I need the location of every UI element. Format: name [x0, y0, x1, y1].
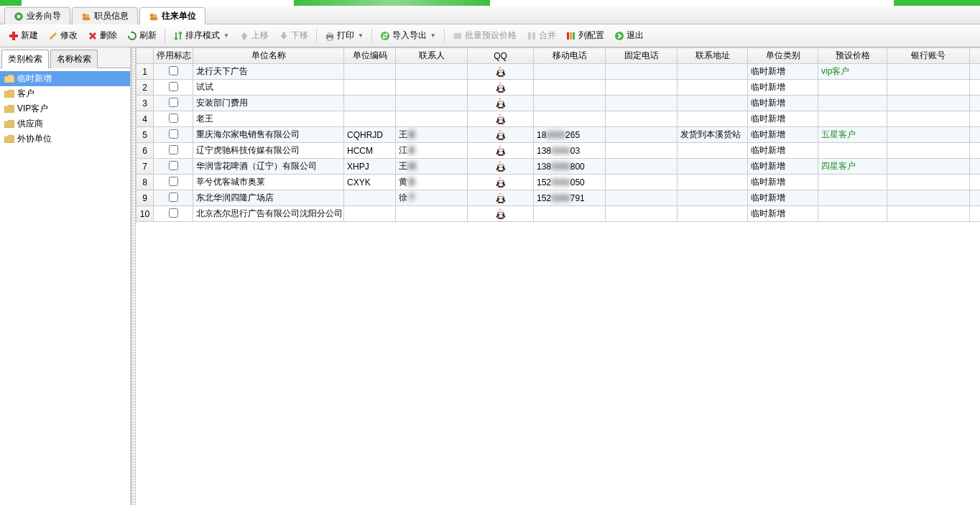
tree-item[interactable]: 客户: [0, 86, 130, 101]
col-header-unit_name[interactable]: 单位名称: [193, 48, 344, 64]
cell-qq: [468, 64, 534, 80]
cell-rownum: 3: [137, 96, 154, 111]
move-up-button[interactable]: 上移: [235, 27, 273, 44]
tab-companies[interactable]: 往来单位: [139, 7, 205, 24]
table-row[interactable]: 4老王临时新增: [137, 111, 981, 127]
disable-checkbox[interactable]: [169, 98, 178, 107]
tree-item[interactable]: 临时新增: [0, 71, 130, 86]
tab-staff-info[interactable]: 职员信息: [72, 7, 138, 24]
qq-icon[interactable]: [495, 129, 507, 139]
cell-tel: [606, 96, 678, 111]
new-button[interactable]: 新建: [4, 27, 42, 44]
table-row[interactable]: 5重庆海尔家电销售有限公司CQHRJD王某180000265发货到本溪货站临时新…: [137, 127, 981, 143]
sidebar-tab-category[interactable]: 类别检索: [1, 50, 49, 68]
col-header-rownum[interactable]: [137, 48, 154, 64]
cell-mobile: 1520000050: [534, 175, 606, 190]
table-row[interactable]: 1龙行天下广告临时新增vip客户: [137, 64, 981, 80]
disable-checkbox[interactable]: [169, 177, 178, 186]
table-row[interactable]: 8莘兮优客城市奥莱CXYK黄某1520000050临时新增: [137, 175, 981, 190]
col-header-bank_acct[interactable]: 银行账号: [887, 48, 970, 64]
cell-qq: [468, 159, 534, 175]
qq-icon[interactable]: [495, 161, 507, 171]
batch-preset-button[interactable]: 批量预设价格: [448, 27, 521, 44]
tag-icon: [453, 31, 463, 41]
disable-checkbox[interactable]: [169, 82, 178, 91]
disable-checkbox[interactable]: [169, 66, 178, 75]
disable-checkbox[interactable]: [169, 113, 178, 123]
col-header-unit_type[interactable]: 单位类别: [748, 48, 818, 64]
cell-contact: [396, 111, 468, 127]
import-export-button[interactable]: 导入导出▼: [376, 27, 440, 44]
svg-point-5: [150, 13, 154, 17]
merge-button[interactable]: 合并: [522, 27, 560, 44]
tree-item[interactable]: 供应商: [0, 116, 130, 131]
table-row[interactable]: 10北京杰尔思行广告有限公司沈阳分公司临时新增: [137, 206, 981, 222]
qq-icon[interactable]: [495, 193, 507, 203]
tree-item-label: VIP客户: [17, 103, 48, 115]
qq-icon[interactable]: [495, 113, 507, 124]
cell-extra: [970, 143, 981, 159]
svg-point-50: [499, 136, 503, 139]
cell-preset_price: [818, 206, 887, 222]
svg-point-80: [499, 215, 503, 218]
cell-rownum: 6: [137, 143, 154, 159]
cell-unit_code: HCCM: [344, 143, 396, 159]
sort-mode-button[interactable]: 排序模式▼: [169, 27, 234, 44]
tab-business-guide[interactable]: 业务向导: [4, 7, 70, 24]
col-header-mobile[interactable]: 移动电话: [534, 48, 606, 64]
col-header-unit_code[interactable]: 单位编码: [344, 48, 396, 64]
tree-item[interactable]: VIP客户: [0, 101, 130, 116]
col-config-button[interactable]: 列配置: [562, 27, 609, 44]
qq-icon[interactable]: [495, 145, 507, 155]
svg-point-30: [501, 85, 502, 86]
cell-tel: [606, 127, 678, 143]
cell-extra: [970, 127, 981, 143]
cell-address: [678, 111, 748, 127]
qq-icon[interactable]: [495, 177, 507, 187]
disable-checkbox[interactable]: [169, 129, 178, 139]
col-header-extra[interactable]: [970, 48, 981, 64]
delete-button[interactable]: 删除: [83, 27, 121, 44]
cell-extra: [970, 111, 981, 127]
svg-point-49: [499, 134, 501, 136]
col-header-qq[interactable]: QQ: [468, 48, 534, 64]
disable-checkbox[interactable]: [169, 208, 178, 218]
cell-mobile: 180000265: [534, 127, 606, 143]
cell-address: 发货到本溪货站: [678, 127, 748, 143]
col-header-preset_price[interactable]: 预设价格: [818, 48, 887, 64]
refresh-button[interactable]: 刷新: [123, 27, 161, 44]
table-row[interactable]: 6辽宁虎驰科技传媒有限公司HCCM江某138000003临时新增: [137, 143, 981, 159]
table-row[interactable]: 3安装部门费用临时新增: [137, 96, 981, 111]
disable-checkbox[interactable]: [169, 145, 178, 154]
col-header-address[interactable]: 联系地址: [678, 48, 748, 64]
disable-checkbox[interactable]: [169, 161, 178, 170]
col-header-disable_flag[interactable]: 停用标志: [154, 48, 193, 64]
svg-point-13: [381, 32, 389, 40]
table-row[interactable]: 9东北华润四隆广场店徐子1520000791临时新增: [137, 190, 981, 206]
exit-button[interactable]: 退出: [610, 27, 648, 44]
sidebar-tab-name[interactable]: 名称检索: [50, 50, 98, 68]
svg-point-79: [499, 213, 501, 215]
edit-button[interactable]: 修改: [44, 27, 82, 44]
svg-rect-14: [454, 33, 461, 39]
exit-icon: [614, 31, 624, 41]
cell-disable_flag: [154, 96, 193, 111]
col-header-tel[interactable]: 固定电话: [606, 48, 678, 64]
cell-bank_acct: [887, 96, 970, 111]
cell-unit_name: 北京杰尔思行广告有限公司沈阳分公司: [193, 206, 344, 222]
table-row[interactable]: 7华润雪花啤酒（辽宁）有限公司XHPJ王娟1380000800临时新增四星客户: [137, 159, 981, 175]
tree-item[interactable]: 外协单位: [0, 131, 130, 147]
qq-icon[interactable]: [495, 82, 507, 92]
table-row[interactable]: 2试试临时新增: [137, 80, 981, 96]
print-button[interactable]: 打印▼: [320, 27, 368, 44]
qq-icon[interactable]: [495, 98, 507, 108]
qq-icon[interactable]: [495, 66, 507, 76]
qq-icon[interactable]: [495, 208, 507, 218]
svg-point-38: [499, 104, 503, 107]
cell-contact: [396, 80, 468, 96]
cell-qq: [468, 175, 534, 190]
cell-preset_price: [818, 111, 887, 127]
move-down-button[interactable]: 下移: [274, 27, 313, 44]
col-header-contact[interactable]: 联系人: [396, 48, 468, 64]
disable-checkbox[interactable]: [169, 193, 178, 202]
